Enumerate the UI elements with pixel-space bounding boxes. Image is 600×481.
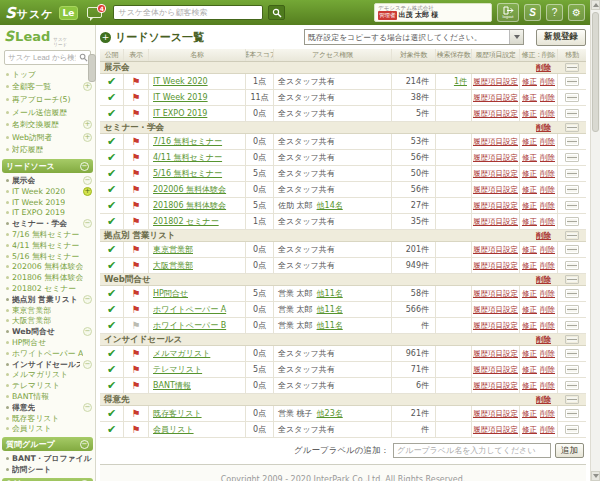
sidebar-item-group[interactable]: インサイドセールス — [0, 359, 95, 370]
group-delete-link[interactable]: 削除 — [536, 231, 551, 241]
scroll-down-arrow-icon[interactable] — [591, 471, 600, 481]
flag-icon[interactable] — [132, 409, 141, 419]
sidebar-item[interactable]: 大阪営業部 — [0, 316, 95, 327]
history-settings-link[interactable]: 履歴項目設定 — [473, 321, 518, 331]
global-search-button[interactable] — [268, 5, 285, 20]
history-settings-link[interactable]: 履歴項目設定 — [473, 185, 518, 195]
drag-handle-icon[interactable] — [565, 409, 579, 418]
delete-link[interactable]: 削除 — [540, 217, 555, 227]
check-icon[interactable] — [107, 136, 116, 147]
history-settings-link[interactable]: 履歴項目設定 — [473, 153, 518, 163]
group-label-input[interactable] — [393, 443, 551, 458]
check-icon[interactable] — [107, 152, 116, 163]
drag-handle-icon[interactable] — [565, 185, 579, 194]
new-registration-button[interactable]: 新規登録 — [536, 29, 586, 46]
history-settings-link[interactable]: 履歴項目設定 — [473, 365, 518, 375]
sidebar-section-header[interactable]: 質問グループ — [2, 437, 93, 451]
edit-link[interactable]: 修正 — [522, 425, 537, 435]
history-settings-link[interactable]: 履歴項目設定 — [473, 289, 518, 299]
sidebar-item-group[interactable]: セミナー・学会 — [0, 218, 95, 229]
check-icon[interactable] — [107, 108, 116, 119]
sidebar-item[interactable]: 会員リスト — [0, 423, 95, 434]
check-icon[interactable] — [107, 288, 116, 299]
minus-icon[interactable] — [80, 440, 89, 449]
sidebar-item[interactable]: Web訪問者 — [0, 131, 95, 144]
delete-link[interactable]: 削除 — [540, 201, 555, 211]
saved-search-link[interactable]: 1件 — [454, 76, 467, 87]
sidebar-item[interactable]: 再アプローチ(5) — [0, 93, 95, 106]
drag-handle-icon[interactable] — [565, 395, 579, 404]
sidebar-item[interactable]: 7/16 無料セミナー — [0, 229, 95, 240]
sidebar-item-group[interactable]: 展示会 — [0, 175, 95, 186]
edit-link[interactable]: 修正 — [522, 217, 537, 227]
drag-handle-icon[interactable] — [565, 77, 579, 86]
lead-source-link[interactable]: 既存客リスト — [153, 408, 202, 419]
sasuke-home-button[interactable]: S — [524, 4, 541, 21]
sidebar-item[interactable]: 名刺交換履歴 — [0, 118, 95, 131]
lead-source-link[interactable]: メルマガリスト — [153, 348, 210, 359]
sidebar-item[interactable]: IT EXPO 2019 — [0, 208, 95, 219]
check-icon[interactable] — [107, 216, 116, 227]
drag-handle-icon[interactable] — [565, 425, 579, 434]
flag-icon[interactable] — [132, 185, 141, 195]
drag-handle-icon[interactable] — [565, 245, 579, 254]
drag-handle-icon[interactable] — [565, 201, 579, 210]
edit-link[interactable]: 修正 — [522, 409, 537, 419]
minus-icon[interactable] — [80, 162, 89, 171]
group-delete-link[interactable]: 削除 — [536, 335, 551, 345]
group-delete-link[interactable]: 削除 — [536, 275, 551, 285]
sidebar-item-group[interactable]: BANT・プロファイル — [0, 453, 95, 464]
edit-link[interactable]: 修正 — [522, 321, 537, 331]
edit-link[interactable]: 修正 — [522, 381, 537, 391]
sidebar-item-group[interactable]: Web問合せ — [0, 326, 95, 337]
lead-source-link[interactable]: IT Week 2020 — [153, 77, 208, 86]
message-bubble-icon[interactable]: 4 — [87, 7, 102, 18]
edit-link[interactable]: 修正 — [522, 153, 537, 163]
drag-handle-icon[interactable] — [565, 217, 579, 226]
plus-icon[interactable] — [83, 120, 92, 129]
flag-icon[interactable] — [132, 305, 141, 315]
check-icon[interactable] — [107, 260, 116, 271]
drag-handle-icon[interactable] — [565, 63, 579, 72]
drag-handle-icon[interactable] — [565, 305, 579, 314]
sidebar-search-input[interactable] — [5, 53, 79, 62]
flag-icon[interactable] — [132, 365, 141, 375]
access-others-link[interactable]: 他23名 — [317, 408, 343, 419]
search-icon[interactable] — [79, 53, 88, 62]
drag-handle-icon[interactable] — [565, 365, 579, 374]
lead-source-link[interactable]: IT EXPO 2019 — [153, 109, 207, 118]
drag-handle-icon[interactable] — [565, 289, 579, 298]
sidebar-item[interactable]: 201802 セミナー — [0, 283, 95, 294]
sidebar-item[interactable]: 4/11 無料セミナー — [0, 240, 95, 251]
check-icon[interactable] — [107, 76, 116, 87]
flag-icon[interactable] — [132, 349, 141, 359]
lead-source-link[interactable]: IT Week 2019 — [153, 93, 208, 102]
lead-source-link[interactable]: 201806 無料体験会 — [153, 200, 226, 211]
user-info-box[interactable]: デモシステム株式会社 管理者 出茂 太郎 様 — [374, 3, 492, 22]
lead-app-badge[interactable]: Le — [59, 6, 79, 20]
delete-link[interactable]: 削除 — [540, 185, 555, 195]
edit-link[interactable]: 修正 — [522, 169, 537, 179]
lead-source-link[interactable]: 7/16 無料セミナー — [153, 136, 222, 147]
minus-icon[interactable] — [83, 295, 92, 304]
group-delete-link[interactable]: 削除 — [536, 395, 551, 405]
check-icon[interactable] — [107, 424, 116, 435]
lead-source-link[interactable]: BANT情報 — [153, 380, 191, 391]
check-icon[interactable] — [107, 320, 116, 331]
flag-icon[interactable] — [132, 77, 141, 87]
flag-icon[interactable] — [132, 425, 141, 435]
lead-source-link[interactable]: ホワイトペーパー A — [153, 304, 226, 315]
history-settings-link[interactable]: 履歴項目設定 — [473, 137, 518, 147]
drag-handle-icon[interactable] — [565, 109, 579, 118]
delete-link[interactable]: 削除 — [540, 289, 555, 299]
sidebar-item[interactable]: テレマリスト — [0, 380, 95, 391]
lead-source-link[interactable]: 202006 無料体験会 — [153, 184, 226, 195]
sidebar-item[interactable]: 201806 無料体験会 — [0, 272, 95, 283]
minus-icon[interactable] — [83, 327, 92, 336]
edit-link[interactable]: 修正 — [522, 77, 537, 87]
drag-handle-icon[interactable] — [565, 137, 579, 146]
edit-link[interactable]: 修正 — [522, 245, 537, 255]
edit-link[interactable]: 修正 — [522, 305, 537, 315]
drag-handle-icon[interactable] — [565, 123, 579, 132]
history-settings-link[interactable]: 履歴項目設定 — [473, 305, 518, 315]
